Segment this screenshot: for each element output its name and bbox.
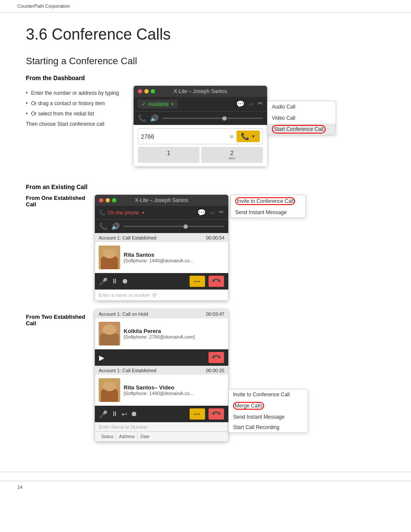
tab-address[interactable]: Address <box>116 433 138 440</box>
numpad-1[interactable]: 1 <box>138 147 199 163</box>
person-icon: ✂ <box>258 100 263 108</box>
call-button[interactable]: 📞 ▼ <box>237 131 260 142</box>
status-available[interactable]: ✓ Available ▼ <box>138 100 177 109</box>
tab-date[interactable]: Date <box>138 433 152 440</box>
tab-status[interactable]: Status <box>99 433 116 440</box>
call-info-established: Rita Santos– Video [Softphone: 1440@doma… <box>124 384 193 396</box>
context-menu-merge: Invite to Conference Call Merge Calls Se… <box>228 389 308 433</box>
hold-btn[interactable]: ⏸ <box>111 277 118 285</box>
chat-icon: 💬 <box>236 100 245 108</box>
phone-icon: 📞 <box>241 132 249 140</box>
send-im-item[interactable]: Send Instant Message <box>231 207 305 218</box>
start-conference-item[interactable]: Start Conference Call <box>268 124 336 135</box>
titlebar-text2: X-Lite – Joseph Santos <box>135 197 188 203</box>
titlebar2: X-Lite – Joseph Santos <box>95 195 228 206</box>
enter-name-input-1[interactable]: Enter a name or number ⚙ <box>95 289 228 301</box>
merge-calls-item[interactable]: Merge Calls <box>229 400 308 412</box>
transfer-btn[interactable]: ↩ <box>121 410 127 418</box>
volume-bar2[interactable] <box>123 226 224 227</box>
dot-red[interactable] <box>138 89 142 93</box>
caller-name-established: Rita Santos– Video <box>124 384 193 391</box>
start-recording-item[interactable]: Start Call Recording <box>229 422 308 432</box>
titlebar-dots2 <box>99 198 116 202</box>
available-label: Available <box>148 101 168 107</box>
phone-red-icon: 📞 <box>99 210 106 216</box>
caller-name-hold: Kolkila Perera <box>124 328 195 334</box>
two-calls-label: From Two Established Call <box>26 314 86 327</box>
record-btn2[interactable]: ⏺ <box>131 410 137 418</box>
call-on-hold-controls: ▶ 📞 <box>95 349 228 366</box>
call-type-dropdown: Audio Call Video Call Start Conference C… <box>267 101 336 135</box>
call-info-1: Rita Santos [Softphone: 1440@domainA.co.… <box>124 252 193 263</box>
bullet-list-container: Enter the number or address by typing Or… <box>26 86 121 127</box>
mute-btn[interactable]: 🎤 <box>99 277 108 286</box>
dot-green2[interactable] <box>112 198 116 202</box>
titlebar: X-Lite – Joseph Santos <box>134 86 267 97</box>
end-call-button2[interactable]: 📞 <box>209 408 224 420</box>
on-phone-status[interactable]: 📞 On the phone ▼ <box>99 210 145 216</box>
page-footer: 14 <box>0 481 411 493</box>
titlebar-text: X-Lite – Joseph Santos <box>174 88 227 94</box>
volume-icon[interactable]: 🔊 <box>150 114 159 122</box>
invite-conference-item[interactable]: Invite to Conference Call <box>231 195 305 207</box>
volume-icon2[interactable]: 🔊 <box>111 222 120 230</box>
more-button2[interactable]: ••• <box>190 408 205 420</box>
hangup-hold-icon: 📞 <box>211 352 221 362</box>
volume-bar[interactable] <box>162 118 263 119</box>
more-button[interactable]: ••• <box>190 276 205 287</box>
existing-call-section: From an Existing Call From One Establish… <box>26 184 385 442</box>
dot-green[interactable] <box>151 89 155 93</box>
numpad-2[interactable]: 2 ABC <box>201 147 263 163</box>
volume-dot2 <box>184 224 188 229</box>
audio-call-item[interactable]: Audio Call <box>268 101 336 112</box>
hold-btn2[interactable]: ⏸ <box>111 410 118 418</box>
video-call-item[interactable]: Video Call <box>268 112 336 124</box>
clear-icon[interactable]: ⊗ <box>230 134 234 140</box>
phone-ctrl-icon[interactable]: 📞 <box>138 114 146 122</box>
record-btn[interactable]: ⏺ <box>121 277 128 285</box>
call-card-hold: Account 1: Call on Hold 00:03:47 Kolkila… <box>95 309 228 349</box>
from-existing-heading: From an Existing Call <box>26 184 385 190</box>
call-info-hold: Kolkila Perera [Softphone: 2766@domainA.… <box>124 328 195 339</box>
avatar-kolkila <box>99 322 120 345</box>
call-card-header-hold: Account 1: Call on Hold 00:03:47 <box>95 310 228 318</box>
dropdown-arrow2: ▼ <box>141 211 145 215</box>
mute-btn2[interactable]: 🎤 <box>99 410 108 418</box>
gear-icon[interactable]: ⚙ <box>152 292 157 298</box>
dial-input[interactable]: 2766 <box>141 133 230 140</box>
check-icon: ✓ <box>141 101 146 107</box>
two-calls-layout: From Two Established Call Account 1: Cal… <box>26 309 385 442</box>
dot-red2[interactable] <box>99 198 103 202</box>
enter-name-input-2[interactable]: Enter Name or Number <box>99 424 224 429</box>
call-card-body-1: Rita Santos [Softphone: 1440@domainA.co.… <box>95 242 228 273</box>
caller-number-established: [Softphone: 1440@domainA.co... <box>124 391 193 396</box>
invite-oval: Invite to Conference Call <box>235 197 295 205</box>
dot-yellow2[interactable] <box>106 198 110 202</box>
phone-ctrl-icon2[interactable]: 📞 <box>99 222 108 230</box>
account-hold-label: Account 1: Call on Hold <box>99 311 148 317</box>
chat-icon2: 💬 <box>197 208 206 217</box>
dot-yellow[interactable] <box>144 89 149 93</box>
tab-bar: Status Address Date <box>95 432 228 442</box>
end-call-hold-button[interactable]: 📞 <box>209 352 224 363</box>
on-phone-label: On the phone <box>108 210 139 216</box>
from-dashboard-heading: From the Dashboard <box>26 75 385 81</box>
dialpad: 2766 ⊗ 📞 ▼ 1 2 ABC <box>134 125 267 166</box>
play-icon[interactable]: ▶ <box>99 354 104 362</box>
call-card-1: Account 1: Call Established 00:00:54 Rit… <box>95 233 228 273</box>
from-one-layout: From One Established Call X-Lite – Josep… <box>26 195 385 301</box>
dots-icon2: ••• <box>194 412 201 417</box>
status-icons2: 💬 ⌓ ✂ <box>197 208 224 217</box>
end-call-button[interactable]: 📞 <box>209 276 224 287</box>
voicemail-icon: ⌓ <box>249 100 253 108</box>
hangup-icon2: 📞 <box>211 409 221 419</box>
invite-conference-item2[interactable]: Invite to Conference Call <box>229 389 308 400</box>
bottom-tabs: Status Address Date <box>99 433 152 440</box>
bullet-item-3: Or select from the redial list <box>26 111 121 117</box>
numpad: 1 2 ABC <box>138 147 263 163</box>
send-im-item2[interactable]: Send Instant Message <box>229 412 308 422</box>
titlebar-dots <box>138 89 155 93</box>
bullet-item-1: Enter the number or address by typing <box>26 90 121 96</box>
bullet-list: Enter the number or address by typing Or… <box>26 90 121 117</box>
page-header: CounterPath Corporation <box>0 0 411 12</box>
